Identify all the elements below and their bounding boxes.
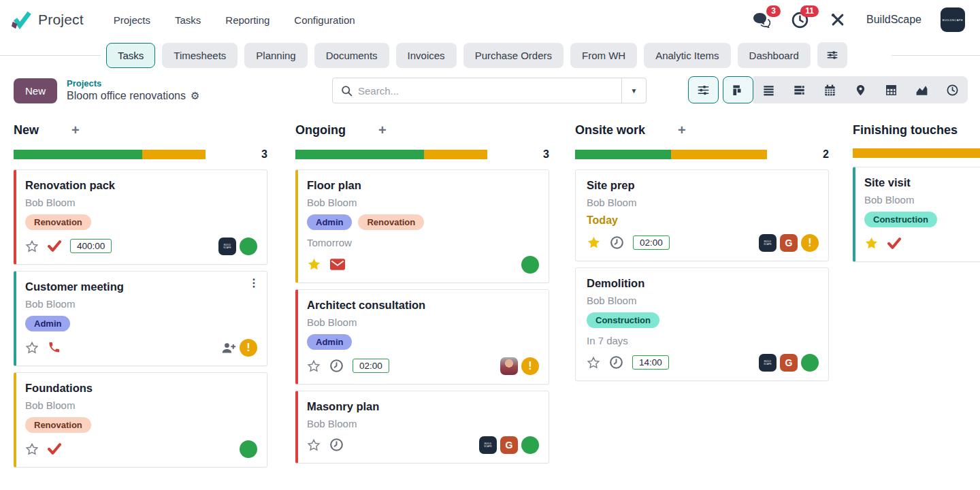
- allocated-hours[interactable]: 14:00: [632, 355, 669, 370]
- assignee-avatar-g[interactable]: G: [780, 354, 798, 372]
- view-calendar-button[interactable]: [815, 76, 845, 103]
- tag-admin[interactable]: Admin: [25, 316, 70, 331]
- column-progress-bar[interactable]: [14, 150, 206, 159]
- clock-icon[interactable]: [329, 359, 344, 373]
- assignee-avatar-g[interactable]: G: [500, 436, 518, 454]
- done-check-icon[interactable]: [48, 443, 61, 455]
- star-icon[interactable]: [25, 442, 39, 456]
- activity-exception-icon[interactable]: !: [801, 234, 819, 252]
- company-name[interactable]: BuildScape: [866, 14, 921, 26]
- clock-icon[interactable]: [610, 235, 624, 250]
- assignee-avatar[interactable]: [500, 357, 518, 375]
- menu-tasks[interactable]: Tasks: [175, 14, 201, 26]
- kanban-state-done-icon[interactable]: [801, 354, 819, 372]
- star-icon[interactable]: [307, 438, 321, 452]
- menu-reporting[interactable]: Reporting: [225, 14, 270, 26]
- tag-renovation[interactable]: Renovation: [25, 417, 91, 433]
- tag-renovation[interactable]: Renovation: [358, 214, 424, 230]
- tag-construction[interactable]: Construction: [587, 312, 659, 328]
- assign-person-icon[interactable]: [221, 342, 236, 354]
- tab-timesheets[interactable]: Timesheets: [162, 43, 238, 68]
- task-card[interactable]: Demolition Bob Bloom Construction In 7 d…: [575, 267, 829, 381]
- user-avatar[interactable]: BUILDSCAPE: [941, 7, 965, 32]
- tab-documents[interactable]: Documents: [314, 43, 389, 68]
- menu-configuration[interactable]: Configuration: [294, 14, 355, 26]
- card-menu-icon[interactable]: ⋮: [248, 278, 259, 289]
- tab-invoices[interactable]: Invoices: [396, 43, 457, 68]
- search-input[interactable]: [353, 85, 621, 97]
- view-map-button[interactable]: [845, 76, 876, 103]
- allocated-hours[interactable]: 400:00: [70, 239, 112, 253]
- star-icon[interactable]: [307, 359, 321, 373]
- tab-from-wh[interactable]: From WH: [570, 43, 637, 68]
- activity-exception-icon[interactable]: !: [240, 339, 257, 357]
- column-progress-bar[interactable]: [295, 150, 487, 159]
- kanban-state-done-icon[interactable]: [521, 256, 539, 274]
- menu-projects[interactable]: Projects: [114, 14, 150, 26]
- tab-planning[interactable]: Planning: [244, 43, 307, 68]
- add-task-button[interactable]: +: [378, 123, 387, 137]
- assignee-avatar-g[interactable]: G: [780, 234, 798, 252]
- task-card[interactable]: Architect consultation Bob Bloom Admin 0…: [295, 289, 549, 385]
- task-card[interactable]: Floor plan Bob Bloom Admin Renovation To…: [295, 169, 549, 283]
- phone-activity-icon[interactable]: [48, 341, 61, 354]
- task-card[interactable]: Foundations Bob Bloom Renovation: [14, 372, 267, 468]
- messages-icon[interactable]: 3: [752, 11, 771, 29]
- activity-clock-icon: [946, 84, 959, 97]
- company-avatar[interactable]: BUILDSCAPE: [479, 436, 497, 454]
- breadcrumb-projects-link[interactable]: Projects: [67, 78, 199, 89]
- task-card[interactable]: ⋮ Customer meeting Bob Bloom Admin: [14, 271, 267, 366]
- allocated-hours[interactable]: 02:00: [633, 235, 670, 250]
- task-card[interactable]: Renovation pack Bob Bloom Renovation 400…: [14, 169, 267, 265]
- view-list-button[interactable]: [753, 76, 784, 103]
- kanban-state-done-icon[interactable]: [240, 440, 257, 458]
- company-avatar[interactable]: BUILDSCAPE: [218, 238, 236, 255]
- task-card[interactable]: Site visit Bob Bloom Construction: [853, 167, 980, 262]
- tab-tasks[interactable]: Tasks: [106, 43, 155, 68]
- tag-construction[interactable]: Construction: [864, 212, 937, 227]
- kanban-state-done-icon[interactable]: [521, 436, 539, 454]
- clock-icon[interactable]: [609, 355, 623, 370]
- kanban-state-done-icon[interactable]: [240, 238, 257, 255]
- allocated-hours[interactable]: 02:00: [353, 359, 389, 373]
- tag-admin[interactable]: Admin: [307, 214, 352, 230]
- star-icon-filled[interactable]: [864, 236, 879, 250]
- search-dropdown-toggle[interactable]: ▼: [621, 78, 646, 103]
- done-check-icon[interactable]: [887, 238, 901, 249]
- tab-analytic-items[interactable]: Analytic Items: [644, 43, 730, 68]
- view-kanban-button[interactable]: [723, 76, 753, 103]
- tab-purchase-orders[interactable]: Purchase Orders: [463, 43, 564, 68]
- star-icon[interactable]: [25, 341, 39, 355]
- clock-icon[interactable]: [329, 438, 344, 452]
- view-activity-button[interactable]: [937, 76, 968, 103]
- star-icon[interactable]: [25, 240, 39, 253]
- view-gantt-button[interactable]: [784, 76, 815, 103]
- tab-settings-button[interactable]: [817, 42, 847, 68]
- add-task-button[interactable]: +: [71, 123, 80, 137]
- company-avatar[interactable]: BUILDSCAPE: [759, 354, 777, 372]
- company-avatar[interactable]: BUILDSCAPE: [759, 234, 777, 252]
- tab-dashboard[interactable]: Dashboard: [738, 43, 811, 68]
- tag-renovation[interactable]: Renovation: [25, 214, 91, 230]
- add-task-button[interactable]: +: [678, 123, 686, 137]
- star-icon-filled[interactable]: [587, 235, 601, 250]
- task-card[interactable]: Masonry plan Bob Bloom BUILDSCAPE G: [295, 391, 549, 463]
- view-graph-button[interactable]: [906, 76, 937, 103]
- activities-icon[interactable]: 11: [790, 11, 809, 29]
- activity-exception-icon[interactable]: !: [521, 357, 539, 375]
- done-check-icon[interactable]: [48, 240, 61, 252]
- column-progress-bar[interactable]: [853, 148, 980, 158]
- task-card[interactable]: Site prep Bob Bloom Today 02:00 BUILDSCA…: [575, 169, 829, 261]
- star-icon-filled[interactable]: [307, 257, 321, 272]
- new-button[interactable]: New: [14, 78, 57, 103]
- tools-icon[interactable]: [828, 11, 847, 29]
- tag-admin[interactable]: Admin: [307, 334, 352, 350]
- task-assignee: Bob Bloom: [587, 295, 819, 306]
- filters-panel-button[interactable]: [688, 76, 719, 103]
- view-pivot-button[interactable]: [876, 76, 906, 103]
- email-activity-icon[interactable]: [330, 259, 345, 270]
- star-icon[interactable]: [587, 356, 600, 370]
- actions-gear-icon[interactable]: ⚙: [191, 90, 199, 103]
- column-progress-bar[interactable]: [575, 150, 767, 159]
- control-panel: New Projects Bloom office renovations ⚙ …: [0, 71, 980, 110]
